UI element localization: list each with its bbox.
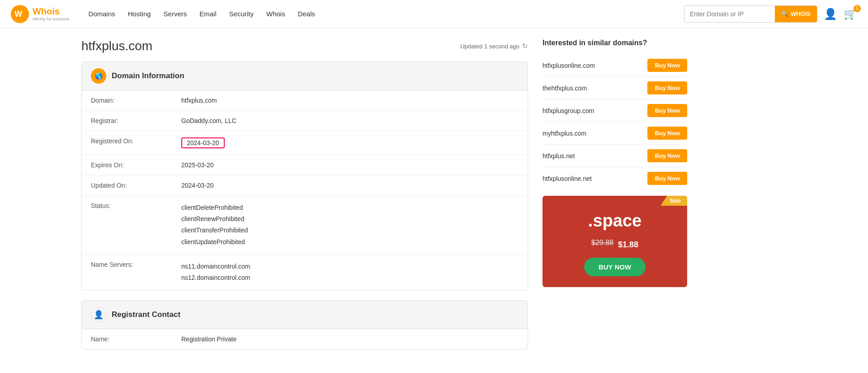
nav-servers[interactable]: Servers	[159, 7, 192, 20]
main-layout: htfxplus.com Updated 1 second ago ↻ 🌎 Do…	[0, 28, 868, 370]
similar-domains-list: htfxplusonline.com Buy Now thehtfxplus.c…	[542, 54, 687, 189]
person-icon: 👤	[91, 307, 106, 322]
promo-banner: Sale .space $29.88 $1.88 BUY NOW	[542, 196, 687, 287]
sidebar: Interested in similar domains? htfxpluso…	[542, 39, 687, 359]
search-icon: 🔍	[781, 10, 788, 17]
field-name: Name: Registration Private	[82, 329, 528, 349]
value-updated-on: 2024-03-20	[181, 182, 519, 189]
value-registered-on: 2024-03-20	[181, 137, 519, 148]
similar-domain-5: htfxplus.net Buy Now	[542, 145, 687, 167]
label-name: Name:	[91, 335, 181, 343]
main-content: htfxplus.com Updated 1 second ago ↻ 🌎 Do…	[81, 39, 542, 359]
value-domain: htfxplus.com	[181, 97, 519, 104]
buy-now-button-4[interactable]: Buy Now	[647, 127, 687, 140]
value-registrar: GoDaddy.com, LLC	[181, 117, 519, 124]
similar-domain-1: htfxplusonline.com Buy Now	[542, 54, 687, 77]
registered-date-highlighted: 2024-03-20	[181, 137, 225, 148]
field-expires-on: Expires On: 2025-03-20	[82, 155, 528, 175]
site-header: W Whois Identity for everyone Domains Ho…	[0, 0, 868, 28]
label-registrar: Registrar:	[91, 117, 181, 124]
domain-name-2: thehtfxplus.com	[542, 85, 587, 92]
domain-name-4: myhtfxplus.com	[542, 130, 586, 137]
value-status: clientDeleteProhibited clientRenewProhib…	[181, 202, 519, 248]
value-name: Registration Private	[181, 335, 519, 343]
user-icon: 👤	[824, 8, 837, 20]
nav-deals[interactable]: Deals	[293, 7, 320, 20]
nav-email[interactable]: Email	[195, 7, 221, 20]
domain-info-card: 🌎 Domain Information Domain: htfxplus.co…	[81, 61, 528, 290]
promo-old-price: $29.88	[591, 239, 613, 247]
logo-sub: Identity for everyone	[33, 17, 70, 21]
cart-icon-wrapper[interactable]: 🛒 0	[844, 8, 857, 20]
field-registrar: Registrar: GoDaddy.com, LLC	[82, 111, 528, 131]
domain-icon: 🌎	[91, 68, 106, 84]
refresh-icon[interactable]: ↻	[522, 42, 528, 50]
nav-security[interactable]: Security	[225, 7, 258, 20]
buy-now-button-6[interactable]: Buy Now	[647, 172, 687, 185]
promo-price: $29.88 $1.88	[552, 235, 678, 250]
field-domain: Domain: htfxplus.com	[82, 90, 528, 111]
search-box: 🔍 WHOIS	[684, 5, 817, 23]
logo-text: Whois	[33, 6, 70, 17]
similar-domain-6: htfxplusonline.net Buy Now	[542, 167, 687, 189]
label-name-servers: Name Servers:	[91, 261, 181, 268]
search-input[interactable]	[684, 10, 775, 18]
main-nav: Domains Hosting Servers Email Security W…	[84, 7, 670, 20]
label-updated-on: Updated On:	[91, 182, 181, 189]
logo[interactable]: W Whois Identity for everyone	[11, 5, 70, 23]
promo-tld: .space	[552, 211, 678, 231]
label-registered-on: Registered On:	[91, 137, 181, 145]
similar-domain-4: myhtfxplus.com Buy Now	[542, 122, 687, 145]
label-domain: Domain:	[91, 97, 181, 104]
buy-now-button-3[interactable]: Buy Now	[647, 104, 687, 117]
field-updated-on: Updated On: 2024-03-20	[82, 175, 528, 196]
page-title-row: htfxplus.com Updated 1 second ago ↻	[81, 39, 528, 53]
value-expires-on: 2025-03-20	[181, 161, 519, 169]
promo-new-price: $1.88	[618, 235, 638, 250]
cart-badge: 0	[854, 5, 861, 12]
header-right: 🔍 WHOIS 👤 🛒 0	[684, 5, 857, 23]
nav-whois[interactable]: Whois	[262, 7, 290, 20]
sidebar-title: Interested in similar domains?	[542, 39, 687, 47]
value-name-servers: ns11.domaincontrol.com ns12.domaincontro…	[181, 261, 519, 283]
domain-info-header: 🌎 Domain Information	[82, 62, 528, 90]
field-status: Status: clientDeleteProhibited clientRen…	[82, 196, 528, 255]
promo-price-value: 1.88	[623, 240, 638, 249]
user-icon-wrapper[interactable]: 👤	[824, 8, 837, 20]
domain-name-1: htfxplusonline.com	[542, 62, 595, 69]
label-status: Status:	[91, 202, 181, 209]
registrant-section-title: Registrant Contact	[112, 310, 180, 319]
sale-badge: Sale	[660, 196, 687, 206]
search-button[interactable]: 🔍 WHOIS	[775, 6, 817, 22]
updated-info: Updated 1 second ago ↻	[460, 42, 528, 50]
page-title: htfxplus.com	[81, 39, 152, 53]
registrant-header: 👤 Registrant Contact	[82, 301, 528, 329]
promo-buy-button[interactable]: BUY NOW	[584, 258, 646, 276]
label-expires-on: Expires On:	[91, 161, 181, 169]
similar-domain-2: thehtfxplus.com Buy Now	[542, 77, 687, 99]
promo-currency: $	[618, 240, 623, 249]
registrant-contact-card: 👤 Registrant Contact Name: Registration …	[81, 300, 528, 349]
field-name-servers: Name Servers: ns11.domaincontrol.com ns1…	[82, 255, 528, 290]
buy-now-button-1[interactable]: Buy Now	[647, 59, 687, 72]
domain-name-5: htfxplus.net	[542, 152, 575, 160]
nav-domains[interactable]: Domains	[84, 7, 120, 20]
buy-now-button-5[interactable]: Buy Now	[647, 149, 687, 162]
similar-domain-3: htfxplusgroup.com Buy Now	[542, 99, 687, 122]
domain-section-title: Domain Information	[112, 71, 184, 80]
field-registered-on: Registered On: 2024-03-20	[82, 131, 528, 155]
updated-text: Updated 1 second ago	[460, 43, 519, 50]
nav-hosting[interactable]: Hosting	[123, 7, 156, 20]
buy-now-button-2[interactable]: Buy Now	[647, 81, 687, 94]
svg-text:W: W	[14, 9, 22, 19]
domain-name-6: htfxplusonline.net	[542, 175, 592, 182]
domain-name-3: htfxplusgroup.com	[542, 107, 594, 114]
